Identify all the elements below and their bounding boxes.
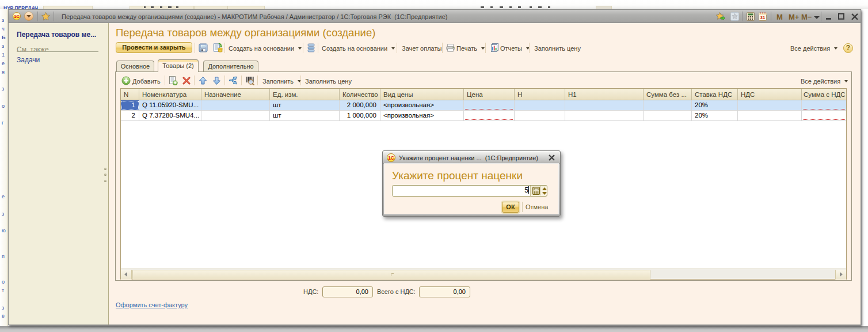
svg-text:31: 31: [760, 15, 765, 20]
svg-text:1С: 1С: [388, 155, 394, 161]
svg-text:1С: 1С: [14, 14, 20, 19]
